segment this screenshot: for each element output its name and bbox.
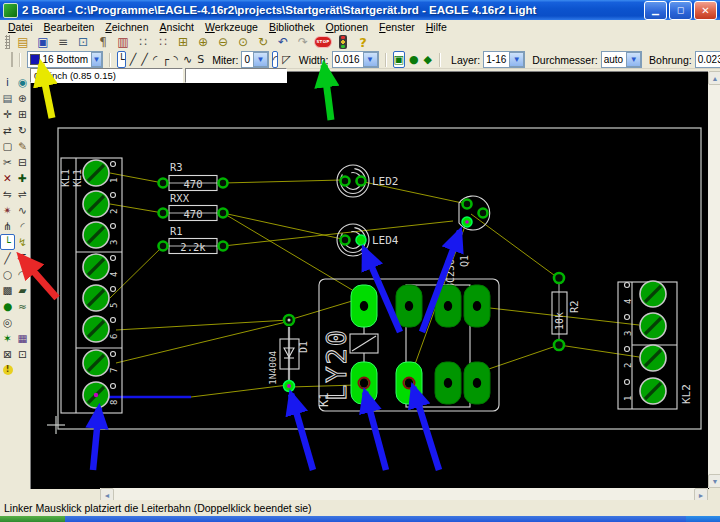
command-line-input[interactable] [185,68,287,83]
via-shape-round[interactable]: ● [408,51,420,68]
route-tool[interactable]: └ [0,234,15,250]
delete-tool[interactable]: ✕ [0,170,15,186]
circle-tool[interactable]: ○ [0,266,15,282]
layer-grid-icon[interactable]: ∷ [133,34,153,50]
diameter-select[interactable]: auto ▼ [601,51,642,68]
chevron-down-icon[interactable]: ▼ [509,52,524,67]
miter-select[interactable]: 0 ▼ [241,51,269,68]
miter-round[interactable]: ◜ [272,51,278,68]
component-led2[interactable]: LED2 [337,165,399,197]
component-led4[interactable]: LED4 [337,224,399,256]
component-kl2[interactable]: 4 3 2 1 KL2 [618,281,693,409]
zoom-redraw-icon[interactable]: ↻ [253,34,273,50]
chevron-down-icon[interactable]: ▼ [363,52,378,67]
component-kl1[interactable]: KL1 KL1 1 2 3 4 5 6 7 8 [60,158,122,413]
menu-item[interactable]: Hilfe [421,21,452,33]
polygon-tool[interactable]: ▰ [15,282,30,298]
info-tool[interactable]: i [0,74,15,90]
split-tool[interactable]: ⋔ [0,218,15,234]
wire-bend-90-up[interactable]: ┌ [161,51,170,68]
menu-item[interactable]: Bibliothek [264,21,320,33]
wire-bend-arc-right[interactable]: ◝ [173,51,179,68]
smash-tool[interactable]: ✴ [0,202,15,218]
wire-bend-45[interactable]: ╱ [129,51,138,68]
auto-tool[interactable]: ▦ [15,330,30,346]
copy-tool[interactable]: ⊞ [15,106,30,122]
mark-tool[interactable]: ⊕ [15,90,30,106]
save-icon[interactable]: ▣ [33,34,53,50]
change-tool[interactable]: ✎ [15,138,30,154]
wire-bend-90-down[interactable]: └ [117,51,126,68]
library-icon[interactable]: ▥ [113,34,133,50]
replace-tool[interactable]: ⇌ [15,186,30,202]
zoom-out-icon[interactable]: ⊖ [213,34,233,50]
paste-tool[interactable]: ⊟ [15,154,30,170]
zoom-in-icon[interactable]: ⊕ [193,34,213,50]
chevron-down-icon[interactable]: ▼ [91,52,102,67]
cut-tool[interactable]: ✂ [0,154,15,170]
optimize-tool[interactable]: ∿ [15,202,30,218]
restore-button[interactable]: ◻ [669,1,692,20]
menu-item[interactable]: Zeichnen [100,21,153,33]
stop-icon[interactable]: STOP [313,34,333,50]
help-icon[interactable]: ? [353,34,373,50]
via-shape-square[interactable]: ▣ [393,51,405,68]
title-bar[interactable]: 2 Board - C:\Programme\EAGLE-4.16r2\proj… [0,0,720,20]
chevron-down-icon[interactable]: ▼ [253,52,268,67]
menu-item[interactable]: Ansicht [155,21,199,33]
ratsnest-tool[interactable]: ✶ [0,330,15,346]
wire-bend-arc-left[interactable]: ◜ [152,51,158,68]
redo-icon[interactable]: ↷ [293,34,313,50]
wire-bend-s[interactable]: S [196,51,205,68]
via-layer-select[interactable]: 1-16 ▼ [483,51,525,68]
run-script-icon[interactable]: ¶ [93,34,113,50]
open-icon[interactable]: ▤ [13,34,33,50]
mirror-tool[interactable]: ⇄ [0,122,15,138]
add-tool[interactable]: ✚ [15,170,30,186]
scroll-up-icon[interactable]: ▲ [708,71,720,85]
start-button-fragment[interactable] [0,516,65,522]
print-icon[interactable]: ≡ [53,34,73,50]
rect-tool[interactable]: ▩ [0,282,15,298]
miter-tool[interactable]: ◜ [15,218,30,234]
grid-settings-button[interactable] [11,52,13,67]
component-r1[interactable]: R1 2.2k [159,225,228,254]
minimize-button[interactable]: ▁ [644,1,667,20]
menu-item[interactable]: Optionen [320,21,373,33]
miter-straight[interactable]: ◸ [281,51,291,68]
wire-bend-free-arc[interactable]: ∿ [182,51,193,68]
wire-tool[interactable]: ╱ [0,250,15,266]
text-tool[interactable]: T [15,250,30,266]
layer-select[interactable]: 16 Bottom ▼ [27,51,103,68]
menu-item[interactable]: Werkzeuge [200,21,263,33]
layer-grid-2-icon[interactable]: ∷ [153,34,173,50]
export-image-icon[interactable]: ⊡ [73,34,93,50]
pinswap-tool[interactable]: ⇋ [0,186,15,202]
ripup-tool[interactable]: ↯ [15,234,30,250]
zoom-select-icon[interactable]: ⊙ [233,34,253,50]
go-traffic-light-icon[interactable] [333,34,353,50]
component-q1[interactable]: BC236 Q1 [445,196,490,289]
via-tool[interactable]: ● [0,298,15,314]
drill-select[interactable]: 0.023622 ▼ [695,51,720,68]
vertical-scrollbar[interactable]: ▲ ▼ [708,71,720,488]
move-tool[interactable]: ✛ [0,106,15,122]
signal-tool[interactable]: ≈ [15,298,30,314]
zoom-fit-icon[interactable]: ⊞ [173,34,193,50]
component-rxx[interactable]: RXX 470 [159,192,228,221]
width-select[interactable]: 0.016 ▼ [332,51,379,68]
scroll-down-icon[interactable]: ▼ [708,474,720,488]
arc-tool[interactable]: ◠ [15,266,30,282]
component-r2[interactable]: 10k R2 [552,273,580,350]
toolbar-handle[interactable] [5,35,10,49]
component-r3[interactable]: R3 470 [159,161,228,191]
board-canvas[interactable]: KL1 KL1 1 2 3 4 5 6 7 8 R3 [30,71,709,489]
horizontal-scrollbar[interactable]: ◄ ► [100,488,708,500]
via-shape-octagon[interactable]: ◆ [423,51,433,68]
errc-tool[interactable]: ⊡ [15,346,30,362]
empty[interactable] [15,314,30,330]
undo-icon[interactable]: ↶ [273,34,293,50]
group-tool[interactable]: ▢ [0,138,15,154]
wire-bend-straight[interactable]: ╱ [140,51,149,68]
errors-tool[interactable]: ! [0,362,15,378]
